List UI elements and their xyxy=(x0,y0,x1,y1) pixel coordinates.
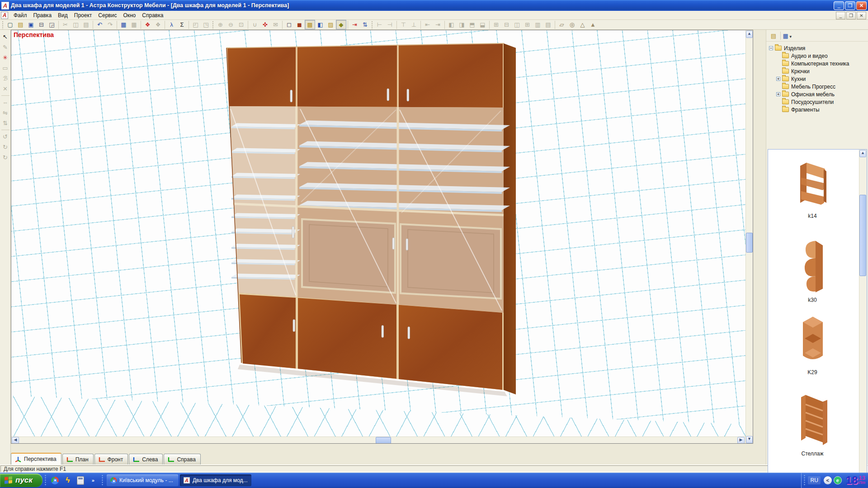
view-tab-label: Справа xyxy=(177,456,195,463)
mdi-restore-button[interactable]: ❐ xyxy=(846,12,856,19)
antivirus-tray-icon[interactable]: e xyxy=(834,476,842,484)
view-mode-button[interactable]: ▦▼ xyxy=(782,31,793,41)
tray-clock[interactable]: 18 13 Пт xyxy=(846,475,865,486)
view-wireframe-button[interactable]: ◻ xyxy=(284,20,294,29)
language-indicator[interactable]: RU xyxy=(808,476,820,484)
snap-button: ∪ xyxy=(250,20,260,29)
tree-item-мебель-прогресс[interactable]: Мебель Прогресс xyxy=(769,83,867,90)
start-label: пуск xyxy=(15,476,33,485)
restore-button[interactable]: ❐ xyxy=(845,1,855,10)
menu-вид[interactable]: Вид xyxy=(55,11,71,19)
view-tab-справа[interactable]: Справа xyxy=(164,454,200,465)
items-scroll-thumb[interactable] xyxy=(859,195,866,276)
perspective-viewport[interactable]: Перспектива xyxy=(11,30,753,444)
overflow-chevron[interactable]: » xyxy=(88,475,98,485)
toolbar-separator xyxy=(141,21,141,29)
print-preview-button[interactable]: ◲ xyxy=(47,20,57,29)
taskbar-task-browser[interactable]: Київський модуль - ... xyxy=(107,474,178,486)
canvas-vscroll-up[interactable]: ▲ xyxy=(746,31,753,38)
tree-item-кухни[interactable]: Кухни xyxy=(769,75,867,83)
grid-align-button: ▥ xyxy=(533,20,543,29)
start-button[interactable]: пуск xyxy=(0,474,42,487)
tree-expand-box[interactable] xyxy=(776,77,780,81)
toolbar-separator xyxy=(93,21,93,29)
view-color-button[interactable]: ◼ xyxy=(294,20,305,29)
print-button[interactable]: ⊟ xyxy=(36,20,47,29)
tree-root[interactable]: Изделия xyxy=(769,44,867,52)
menu-правка[interactable]: Правка xyxy=(30,11,55,19)
view-tab-фронт[interactable]: Фронт xyxy=(94,454,128,465)
view-tab-слева[interactable]: Слева xyxy=(129,454,163,465)
minimize-button[interactable]: _ xyxy=(834,1,844,10)
menu-проект[interactable]: Проект xyxy=(71,11,95,19)
render-quality-button[interactable]: ◆ xyxy=(336,20,346,29)
items-scroll-up[interactable]: ▲ xyxy=(859,150,866,157)
primitive-cone-button[interactable]: △ xyxy=(577,20,588,29)
canvas-hscroll-right[interactable]: ▶ xyxy=(737,437,745,444)
mdi-minimize-button[interactable]: _ xyxy=(836,12,845,19)
canvas-hscroll-thumb[interactable] xyxy=(376,437,391,444)
primitive-pyramid-button[interactable]: ▲ xyxy=(588,20,598,29)
open-document-button[interactable]: ▤ xyxy=(15,20,26,29)
menu-справка[interactable]: Справка xyxy=(139,11,166,19)
tree-item-офисная-мебель[interactable]: Офисная мебель xyxy=(769,90,867,98)
taskbar-task-astra[interactable]: AДва шкафа для мод... xyxy=(180,474,251,486)
catalog-item-стеллаж[interactable]: Стеллаж xyxy=(768,389,857,457)
calculator-icon[interactable] xyxy=(75,475,85,485)
view-tab-перспектива[interactable]: Перспектива xyxy=(11,453,61,465)
catalog-item-k14[interactable]: k14 xyxy=(768,160,857,219)
save-document-button[interactable]: ▣ xyxy=(26,20,36,29)
client-manager-button[interactable]: λ xyxy=(166,20,177,29)
close-button[interactable]: ✕ xyxy=(856,1,867,10)
mdi-document-icon[interactable]: A xyxy=(1,12,8,19)
toolbar-separator xyxy=(117,21,117,29)
tree-collapse-box[interactable] xyxy=(769,46,773,50)
undo-button[interactable]: ↶ xyxy=(94,20,105,29)
download-master-icon[interactable]: ϟ xyxy=(63,475,73,485)
toolbar-separator xyxy=(396,21,397,29)
view-transparent-button[interactable]: ◧ xyxy=(315,20,326,29)
new-document-button[interactable]: ▢ xyxy=(5,20,15,29)
catalog-item-k29[interactable]: K29 xyxy=(768,312,857,375)
export-cutting-button[interactable]: ⇥ xyxy=(349,20,360,29)
tree-root-label[interactable]: Изделия xyxy=(784,45,805,52)
tree-item-компьютерная-техника[interactable]: Компьютерная техника xyxy=(769,60,867,67)
materials-button[interactable]: ▦ xyxy=(118,20,129,29)
materials-alt-button: ▦ xyxy=(129,20,139,29)
view-texture-button[interactable]: ▩ xyxy=(305,20,315,29)
primitive-box-button[interactable]: ▱ xyxy=(557,20,567,29)
tree-item-label: Фрагменты xyxy=(791,106,820,113)
tree-item-аудио-и-видео[interactable]: Аудио и видео xyxy=(769,52,867,60)
sort-elements-button[interactable]: ⇅ xyxy=(360,20,370,29)
select-tool-button[interactable]: ↖ xyxy=(0,32,10,42)
menu-сервис[interactable]: Сервис xyxy=(95,11,120,19)
view-tab-label: Перспектива xyxy=(24,456,57,462)
hide-tray-icons-chevron[interactable]: < xyxy=(824,476,832,484)
title-bar[interactable]: A Два шкафа для моделей 1 - Астра Констр… xyxy=(0,0,868,11)
tree-item-фрагменты[interactable]: Фрагменты xyxy=(769,106,867,113)
canvas-vscroll-thumb[interactable] xyxy=(746,233,753,253)
tree-item-посудосушители[interactable]: Посудосушители xyxy=(769,98,867,106)
chrome-icon[interactable] xyxy=(50,475,60,485)
tree-item-label: Кухни xyxy=(791,75,806,83)
tree-expand-box[interactable] xyxy=(776,92,780,96)
cabinet-model[interactable] xyxy=(224,38,518,401)
pin-position-button[interactable]: ❖ xyxy=(142,20,153,29)
menu-файл[interactable]: Файл xyxy=(10,11,30,19)
catalog-item-k30[interactable]: k30 xyxy=(768,235,857,303)
add-panel-button[interactable]: ✳ xyxy=(0,53,10,62)
tree-item-крючки[interactable]: Крючки xyxy=(769,67,867,75)
dimensions-button[interactable]: ✜ xyxy=(260,20,270,29)
canvas-vscroll-down[interactable]: ▼ xyxy=(746,436,753,443)
open-catalog-button[interactable]: ▤ xyxy=(768,31,779,41)
space-equal-h-button: ⊞ xyxy=(491,20,501,29)
canvas-hscroll-left[interactable]: ◀ xyxy=(12,437,19,444)
mdi-close-button[interactable]: ✕ xyxy=(857,12,866,19)
calculate-sum-button[interactable]: Σ xyxy=(177,20,187,29)
view-tab-план[interactable]: План xyxy=(62,454,94,465)
menu-окно[interactable]: Окно xyxy=(120,11,139,19)
draw-rectangle-button: ▭ xyxy=(0,63,10,73)
primitive-cylinder-button[interactable]: ◎ xyxy=(567,20,577,29)
panel-props-button: ◰ xyxy=(190,20,201,29)
texture-fill-button[interactable]: ▨ xyxy=(326,20,336,29)
